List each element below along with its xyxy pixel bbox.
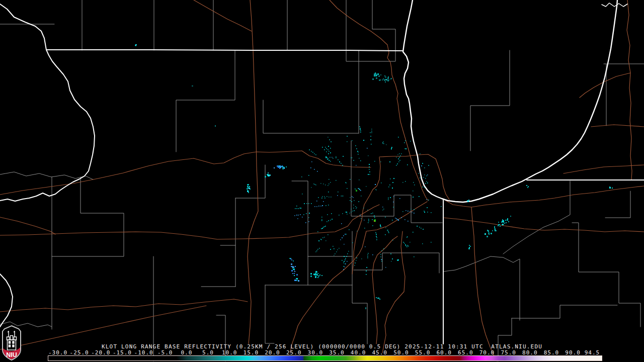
colorbar-tick: 5.0	[202, 350, 214, 355]
colorbar-tick: 65.0	[458, 350, 473, 355]
colorbar-tick: 70.0	[479, 350, 495, 355]
colorbar-tick: 45.0	[372, 350, 388, 355]
colorbar-tick: 75.0	[501, 350, 516, 355]
radar-echoes-layer	[135, 44, 613, 309]
colorbar-tick: 50.0	[393, 350, 409, 355]
radar-viewer: KLOT LONG RANGE BASE REFLECTIVITY (0.25K…	[0, 0, 644, 362]
colorbar-tick: 20.0	[265, 350, 280, 355]
colorbar-tick: -5.0	[157, 350, 173, 355]
reflectivity-colorbar	[48, 355, 602, 361]
state-borders-layer	[0, 0, 644, 344]
colorbar-tick: 30.0	[308, 350, 324, 355]
colorbar-tick: 85.0	[544, 350, 559, 355]
colorbar-tick: 40.0	[351, 350, 366, 355]
colorbar-tick-labels: -30.0-25.0-20.0-15.0-10.0-5.00.05.010.01…	[0, 350, 644, 355]
colorbar-tick: 90.0	[565, 350, 581, 355]
colorbar-tick: 10.0	[222, 350, 237, 355]
colorbar-tick: 55.0	[415, 350, 431, 355]
colorbar-tick: 25.0	[286, 350, 302, 355]
colorbar-tick: -15.0	[113, 350, 132, 355]
colorbar-tick: -25.0	[70, 350, 89, 355]
colorbar-tick: 35.0	[329, 350, 345, 355]
colorbar-tick: -10.0	[134, 350, 153, 355]
colorbar-tick: -30.0	[48, 350, 67, 355]
radar-map	[0, 0, 644, 362]
colorbar-tick: 80.0	[522, 350, 538, 355]
colorbar-tick: 15.0	[244, 350, 259, 355]
colorbar-tick: 60.0	[436, 350, 452, 355]
niu-logo-text: NIU	[6, 351, 17, 358]
colorbar-tick: 0.0	[181, 350, 192, 355]
colorbar-tick: -20.0	[91, 350, 110, 355]
niu-logo: NIU	[1, 325, 22, 361]
colorbar-tick: 94.5	[585, 350, 600, 355]
